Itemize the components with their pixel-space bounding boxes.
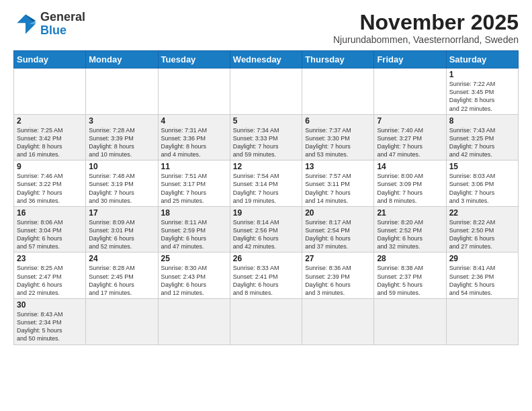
day-number: 2 bbox=[17, 116, 83, 126]
day-number: 22 bbox=[449, 208, 515, 218]
day-cell: 26Sunrise: 8:33 AM Sunset: 2:41 PM Dayli… bbox=[230, 253, 302, 299]
day-info: Sunrise: 7:34 AM Sunset: 3:33 PM Dayligh… bbox=[233, 126, 299, 159]
day-cell: 11Sunrise: 7:51 AM Sunset: 3:17 PM Dayli… bbox=[158, 161, 230, 207]
header-wednesday: Wednesday bbox=[230, 51, 302, 68]
day-cell: 1Sunrise: 7:22 AM Sunset: 3:45 PM Daylig… bbox=[446, 68, 518, 115]
day-info: Sunrise: 7:40 AM Sunset: 3:27 PM Dayligh… bbox=[377, 126, 443, 159]
day-cell bbox=[14, 68, 86, 115]
day-cell: 15Sunrise: 8:03 AM Sunset: 3:06 PM Dayli… bbox=[446, 161, 518, 207]
day-info: Sunrise: 7:57 AM Sunset: 3:11 PM Dayligh… bbox=[305, 172, 371, 205]
day-number: 30 bbox=[17, 300, 83, 310]
day-info: Sunrise: 7:46 AM Sunset: 3:22 PM Dayligh… bbox=[17, 172, 83, 205]
header: General Blue November 2025 Njurundabomme… bbox=[13, 11, 519, 45]
svg-rect-4 bbox=[15, 23, 26, 34]
day-cell: 14Sunrise: 8:00 AM Sunset: 3:09 PM Dayli… bbox=[374, 161, 446, 207]
day-number: 1 bbox=[449, 70, 515, 79]
logo-text: General Blue bbox=[40, 11, 85, 38]
day-number: 10 bbox=[89, 162, 154, 171]
day-info: Sunrise: 7:51 AM Sunset: 3:17 PM Dayligh… bbox=[161, 172, 227, 205]
day-number: 26 bbox=[233, 254, 299, 263]
page: General Blue November 2025 Njurundabomme… bbox=[0, 0, 532, 352]
day-cell bbox=[230, 68, 302, 115]
day-number: 9 bbox=[17, 162, 83, 171]
day-cell: 30Sunrise: 8:43 AM Sunset: 2:34 PM Dayli… bbox=[14, 299, 86, 345]
day-info: Sunrise: 8:41 AM Sunset: 2:36 PM Dayligh… bbox=[449, 264, 515, 297]
day-info: Sunrise: 8:17 AM Sunset: 2:54 PM Dayligh… bbox=[305, 218, 371, 251]
day-cell: 22Sunrise: 8:22 AM Sunset: 2:50 PM Dayli… bbox=[446, 206, 518, 253]
day-number: 24 bbox=[89, 254, 154, 263]
day-cell bbox=[86, 299, 158, 345]
day-cell bbox=[374, 68, 446, 115]
logo: General Blue bbox=[13, 11, 85, 38]
day-info: Sunrise: 8:33 AM Sunset: 2:41 PM Dayligh… bbox=[233, 264, 299, 297]
header-monday: Monday bbox=[86, 51, 158, 68]
header-saturday: Saturday bbox=[446, 51, 518, 68]
day-info: Sunrise: 8:28 AM Sunset: 2:45 PM Dayligh… bbox=[89, 264, 154, 297]
day-cell: 19Sunrise: 8:14 AM Sunset: 2:56 PM Dayli… bbox=[230, 206, 302, 253]
day-cell: 6Sunrise: 7:37 AM Sunset: 3:30 PM Daylig… bbox=[302, 114, 374, 161]
day-cell: 18Sunrise: 8:11 AM Sunset: 2:59 PM Dayli… bbox=[158, 206, 230, 253]
day-cell: 3Sunrise: 7:28 AM Sunset: 3:39 PM Daylig… bbox=[86, 114, 158, 161]
day-number: 15 bbox=[449, 162, 515, 171]
month-title: November 2025 bbox=[333, 11, 519, 34]
day-number: 27 bbox=[305, 254, 371, 263]
week-row-1: 1Sunrise: 7:22 AM Sunset: 3:45 PM Daylig… bbox=[14, 68, 519, 115]
logo-icon bbox=[13, 12, 38, 36]
day-cell: 10Sunrise: 7:48 AM Sunset: 3:19 PM Dayli… bbox=[86, 161, 158, 207]
day-cell: 23Sunrise: 8:25 AM Sunset: 2:47 PM Dayli… bbox=[14, 253, 86, 299]
day-cell: 17Sunrise: 8:09 AM Sunset: 3:01 PM Dayli… bbox=[86, 206, 158, 253]
day-cell: 16Sunrise: 8:06 AM Sunset: 3:04 PM Dayli… bbox=[14, 206, 86, 253]
day-info: Sunrise: 8:38 AM Sunset: 2:37 PM Dayligh… bbox=[377, 264, 443, 297]
day-info: Sunrise: 7:28 AM Sunset: 3:39 PM Dayligh… bbox=[89, 126, 154, 159]
day-number: 18 bbox=[161, 208, 227, 218]
day-info: Sunrise: 7:37 AM Sunset: 3:30 PM Dayligh… bbox=[305, 126, 371, 159]
day-cell: 24Sunrise: 8:28 AM Sunset: 2:45 PM Dayli… bbox=[86, 253, 158, 299]
day-cell: 13Sunrise: 7:57 AM Sunset: 3:11 PM Dayli… bbox=[302, 161, 374, 207]
day-number: 20 bbox=[305, 208, 371, 218]
header-thursday: Thursday bbox=[302, 51, 374, 68]
day-number: 19 bbox=[233, 208, 299, 218]
day-info: Sunrise: 7:22 AM Sunset: 3:45 PM Dayligh… bbox=[449, 80, 515, 113]
day-info: Sunrise: 8:22 AM Sunset: 2:50 PM Dayligh… bbox=[449, 218, 515, 251]
day-info: Sunrise: 7:43 AM Sunset: 3:25 PM Dayligh… bbox=[449, 126, 515, 159]
day-cell bbox=[374, 299, 446, 345]
week-row-4: 16Sunrise: 8:06 AM Sunset: 3:04 PM Dayli… bbox=[14, 206, 519, 253]
day-info: Sunrise: 8:20 AM Sunset: 2:52 PM Dayligh… bbox=[377, 218, 443, 251]
day-number: 7 bbox=[377, 116, 443, 126]
day-info: Sunrise: 8:09 AM Sunset: 3:01 PM Dayligh… bbox=[89, 218, 154, 251]
week-row-5: 23Sunrise: 8:25 AM Sunset: 2:47 PM Dayli… bbox=[14, 253, 519, 299]
day-number: 13 bbox=[305, 162, 371, 171]
day-number: 14 bbox=[377, 162, 443, 171]
day-info: Sunrise: 8:00 AM Sunset: 3:09 PM Dayligh… bbox=[377, 172, 443, 205]
day-cell: 25Sunrise: 8:30 AM Sunset: 2:43 PM Dayli… bbox=[158, 253, 230, 299]
header-sunday: Sunday bbox=[14, 51, 86, 68]
calendar: Sunday Monday Tuesday Wednesday Thursday… bbox=[13, 50, 519, 345]
day-info: Sunrise: 7:48 AM Sunset: 3:19 PM Dayligh… bbox=[89, 172, 154, 205]
header-tuesday: Tuesday bbox=[158, 51, 230, 68]
day-info: Sunrise: 8:11 AM Sunset: 2:59 PM Dayligh… bbox=[161, 218, 227, 251]
day-number: 4 bbox=[161, 116, 227, 126]
day-cell: 8Sunrise: 7:43 AM Sunset: 3:25 PM Daylig… bbox=[446, 114, 518, 161]
day-cell: 5Sunrise: 7:34 AM Sunset: 3:33 PM Daylig… bbox=[230, 114, 302, 161]
day-cell: 12Sunrise: 7:54 AM Sunset: 3:14 PM Dayli… bbox=[230, 161, 302, 207]
day-info: Sunrise: 8:14 AM Sunset: 2:56 PM Dayligh… bbox=[233, 218, 299, 251]
title-section: November 2025 Njurundabommen, Vaesternor… bbox=[333, 11, 519, 45]
day-cell: 2Sunrise: 7:25 AM Sunset: 3:42 PM Daylig… bbox=[14, 114, 86, 161]
day-cell bbox=[302, 299, 374, 345]
day-cell: 4Sunrise: 7:31 AM Sunset: 3:36 PM Daylig… bbox=[158, 114, 230, 161]
day-number: 3 bbox=[89, 116, 154, 126]
day-number: 21 bbox=[377, 208, 443, 218]
day-info: Sunrise: 8:06 AM Sunset: 3:04 PM Dayligh… bbox=[17, 218, 83, 251]
day-cell bbox=[302, 68, 374, 115]
weekday-header-row: Sunday Monday Tuesday Wednesday Thursday… bbox=[14, 51, 519, 68]
day-info: Sunrise: 8:25 AM Sunset: 2:47 PM Dayligh… bbox=[17, 264, 83, 297]
day-cell bbox=[158, 68, 230, 115]
day-number: 8 bbox=[449, 116, 515, 126]
day-info: Sunrise: 8:36 AM Sunset: 2:39 PM Dayligh… bbox=[305, 264, 371, 297]
day-info: Sunrise: 8:43 AM Sunset: 2:34 PM Dayligh… bbox=[17, 310, 83, 343]
subtitle: Njurundabommen, Vaesternorrland, Sweden bbox=[333, 34, 519, 45]
day-info: Sunrise: 7:25 AM Sunset: 3:42 PM Dayligh… bbox=[17, 126, 83, 159]
day-number: 17 bbox=[89, 208, 154, 218]
day-number: 16 bbox=[17, 208, 83, 218]
day-number: 11 bbox=[161, 162, 227, 171]
